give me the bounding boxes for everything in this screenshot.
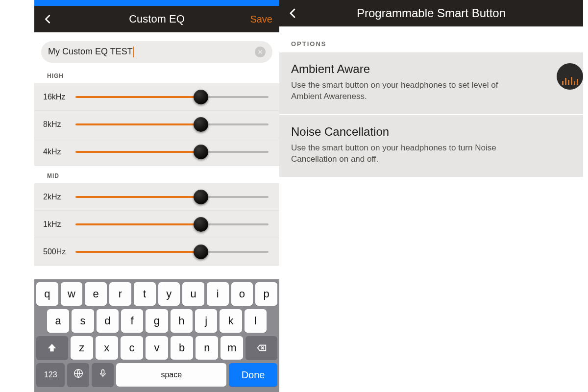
- key-i[interactable]: i: [207, 282, 229, 306]
- section-label-high: HIGH: [34, 66, 279, 83]
- eq-band-8khz[interactable]: 8kHz: [34, 111, 279, 138]
- globe-icon: [73, 368, 84, 382]
- slider-track[interactable]: [75, 196, 269, 198]
- text-caret: [133, 47, 134, 57]
- slider-thumb[interactable]: [194, 245, 208, 259]
- key-shift[interactable]: [36, 336, 68, 360]
- eq-band-1khz[interactable]: 1kHz: [34, 211, 279, 238]
- key-y[interactable]: y: [158, 282, 180, 306]
- eq-band-2khz[interactable]: 2kHz: [34, 183, 279, 211]
- slider-thumb[interactable]: [194, 117, 208, 132]
- key-globe[interactable]: [67, 363, 89, 387]
- freq-label: 2kHz: [43, 193, 74, 201]
- smart-button-body: OPTIONS Ambient Aware Use the smart butt…: [279, 26, 583, 178]
- key-w[interactable]: w: [61, 282, 83, 306]
- eq-name-input[interactable]: My Custom EQ TEST: [41, 41, 272, 63]
- slider-track[interactable]: [75, 96, 269, 98]
- save-button[interactable]: Save: [250, 14, 272, 25]
- eq-band-500hz[interactable]: 500Hz: [34, 238, 279, 266]
- key-e[interactable]: e: [85, 282, 107, 306]
- key-a[interactable]: a: [47, 309, 69, 333]
- key-z[interactable]: z: [71, 336, 93, 360]
- key-k[interactable]: k: [220, 309, 242, 333]
- slider-track[interactable]: [75, 151, 269, 153]
- keyboard-row-1: q w e r t y u i o p: [36, 282, 277, 306]
- keyboard: q w e r t y u i o p a s d f g h j k l z: [34, 279, 279, 392]
- key-l[interactable]: l: [245, 309, 267, 333]
- keyboard-row-4: 123 space Done: [36, 363, 277, 387]
- freq-label: 4kHz: [43, 147, 74, 156]
- key-backspace[interactable]: [245, 336, 277, 360]
- key-m[interactable]: m: [220, 336, 243, 360]
- key-c[interactable]: c: [121, 336, 143, 360]
- page-title: Programmable Smart Button: [279, 6, 583, 20]
- key-space[interactable]: space: [116, 363, 226, 387]
- key-mic[interactable]: [92, 363, 114, 387]
- slider-track[interactable]: [75, 123, 269, 125]
- section-label-mid: MID: [34, 166, 279, 183]
- key-j[interactable]: j: [195, 309, 217, 333]
- option-desc: Use the smart button on your headphones …: [291, 80, 529, 102]
- key-o[interactable]: o: [231, 282, 253, 306]
- keyboard-row-2: a s d f g h j k l: [36, 309, 277, 333]
- option-noise-cancellation[interactable]: Noise Cancellation Use the smart button …: [279, 115, 583, 178]
- key-u[interactable]: u: [182, 282, 204, 306]
- eq-band-16khz[interactable]: 16kHz: [34, 83, 279, 111]
- eq-band-4khz[interactable]: 4kHz: [34, 138, 279, 166]
- page-title: Custom EQ: [34, 13, 279, 25]
- ambient-aware-icon: [557, 63, 583, 90]
- option-title: Ambient Aware: [291, 62, 529, 76]
- eq-name-row: My Custom EQ TEST: [34, 32, 279, 66]
- key-b[interactable]: b: [171, 336, 193, 360]
- header-smart-button: Programmable Smart Button: [279, 0, 583, 26]
- freq-label: 1kHz: [43, 220, 74, 229]
- key-s[interactable]: s: [72, 309, 94, 333]
- key-p[interactable]: p: [255, 282, 277, 306]
- key-done[interactable]: Done: [229, 363, 277, 387]
- key-r[interactable]: r: [109, 282, 131, 306]
- option-title: Noise Cancellation: [291, 125, 529, 139]
- slider-thumb[interactable]: [194, 190, 208, 204]
- option-desc: Use the smart button on your headphones …: [291, 143, 529, 165]
- key-x[interactable]: x: [96, 336, 118, 360]
- key-v[interactable]: v: [146, 336, 168, 360]
- slider-track[interactable]: [75, 223, 269, 225]
- slider-thumb[interactable]: [194, 145, 208, 159]
- slider-track[interactable]: [75, 251, 269, 253]
- option-ambient-aware[interactable]: Ambient Aware Use the smart button on yo…: [279, 52, 583, 115]
- status-bar: [34, 0, 279, 6]
- key-f[interactable]: f: [121, 309, 143, 333]
- key-mode-123[interactable]: 123: [36, 363, 65, 387]
- freq-label: 16kHz: [43, 93, 74, 101]
- key-g[interactable]: g: [146, 309, 168, 333]
- screen-custom-eq: Custom EQ Save My Custom EQ TEST HIGH 16…: [34, 0, 279, 392]
- keyboard-row-3: z x c v b n m: [36, 336, 277, 360]
- freq-label: 8kHz: [43, 120, 74, 129]
- back-button[interactable]: [41, 12, 55, 26]
- freq-label: 500Hz: [43, 247, 74, 256]
- key-h[interactable]: h: [171, 309, 193, 333]
- back-button[interactable]: [286, 6, 300, 20]
- slider-thumb[interactable]: [194, 90, 208, 104]
- svg-rect-5: [101, 370, 104, 374]
- header-custom-eq: Custom EQ Save: [34, 6, 279, 32]
- microphone-icon: [98, 368, 108, 381]
- key-d[interactable]: d: [97, 309, 119, 333]
- eq-name-value: My Custom EQ TEST: [48, 47, 255, 57]
- key-q[interactable]: q: [36, 282, 58, 306]
- options-label: OPTIONS: [279, 26, 583, 52]
- key-n[interactable]: n: [196, 336, 218, 360]
- slider-thumb[interactable]: [194, 217, 208, 232]
- clear-icon[interactable]: [255, 47, 266, 57]
- screen-smart-button: Programmable Smart Button OPTIONS Ambien…: [279, 0, 583, 392]
- key-t[interactable]: t: [134, 282, 156, 306]
